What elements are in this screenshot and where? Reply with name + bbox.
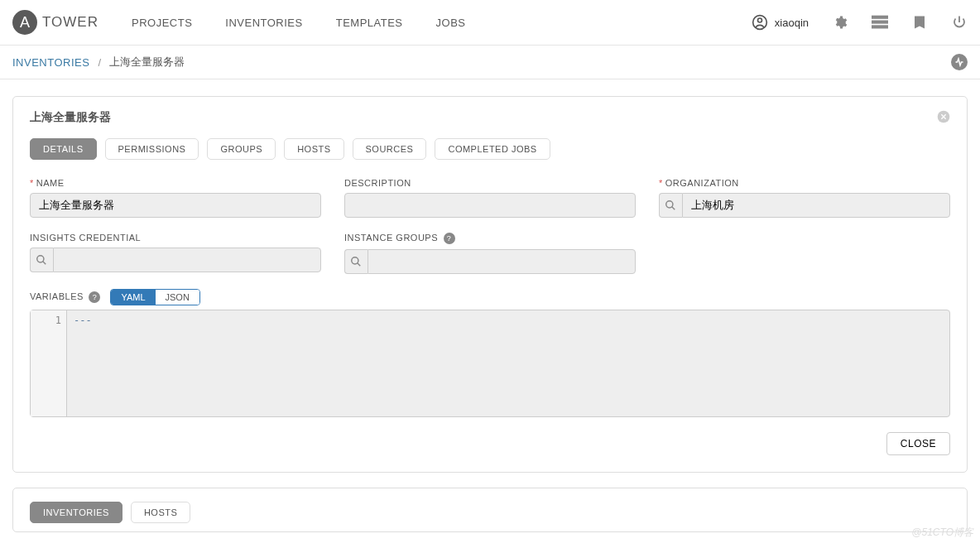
close-button[interactable]: CLOSE — [886, 432, 950, 455]
lower-card: INVENTORIES HOSTS — [12, 488, 968, 532]
brand-logo-icon: A — [12, 10, 37, 35]
editor-gutter: 1 — [31, 310, 67, 416]
organization-group: *ORGANIZATION — [659, 178, 950, 218]
nav-link-projects[interactable]: PROJECTS — [132, 17, 192, 29]
power-icon[interactable] — [951, 14, 968, 31]
description-group: DESCRIPTION — [344, 178, 636, 218]
close-icon[interactable] — [937, 110, 950, 126]
format-toggle: YAML JSON — [110, 289, 199, 305]
svg-point-1 — [757, 18, 761, 22]
nav-link-templates[interactable]: TEMPLATES — [336, 17, 403, 29]
breadcrumb-bar: INVENTORIES / 上海全量服务器 — [0, 46, 980, 79]
name-input[interactable] — [30, 193, 321, 218]
inventory-card: 上海全量服务器 DETAILS PERMISSIONS GROUPS HOSTS… — [12, 96, 968, 473]
navbar: A TOWER PROJECTS INVENTORIES TEMPLATES J… — [0, 0, 980, 46]
instance-groups-search-icon[interactable] — [344, 249, 368, 274]
card-footer: CLOSE — [30, 432, 950, 455]
spacer — [659, 233, 950, 274]
description-input[interactable] — [344, 193, 636, 218]
help-icon[interactable]: ? — [89, 291, 100, 303]
card-title: 上海全量服务器 — [30, 110, 111, 125]
tab-details[interactable]: DETAILS — [30, 138, 97, 160]
svg-point-8 — [352, 257, 358, 264]
insights-group: INSIGHTS CREDENTIAL — [30, 233, 321, 274]
instance-groups-label: INSTANCE GROUPS ? — [344, 233, 636, 244]
name-group: *NAME — [30, 178, 321, 218]
organization-label: *ORGANIZATION — [659, 178, 950, 188]
content: 上海全量服务器 DETAILS PERMISSIONS GROUPS HOSTS… — [0, 79, 980, 548]
nav-link-jobs[interactable]: JOBS — [436, 17, 466, 29]
gear-icon[interactable] — [832, 14, 848, 31]
tab-inventories[interactable]: INVENTORIES — [30, 502, 122, 523]
card-header: 上海全量服务器 — [30, 110, 950, 126]
svg-rect-2 — [872, 16, 888, 19]
activity-icon[interactable] — [951, 54, 968, 70]
organization-input[interactable] — [682, 193, 950, 218]
toggle-json[interactable]: JSON — [156, 290, 199, 305]
tab-hosts-lower[interactable]: HOSTS — [131, 502, 190, 523]
username: xiaoqin — [775, 17, 809, 29]
form-row-1: *NAME DESCRIPTION *ORGANIZATION — [30, 178, 950, 218]
toggle-yaml[interactable]: YAML — [111, 290, 155, 305]
variables-editor[interactable]: 1 --- — [30, 310, 950, 417]
nav-right: xiaoqin — [752, 14, 968, 31]
portfolio-icon[interactable] — [872, 14, 888, 31]
book-icon[interactable] — [911, 14, 928, 31]
insights-label: INSIGHTS CREDENTIAL — [30, 233, 321, 243]
nav-user[interactable]: xiaoqin — [752, 14, 809, 31]
insights-input[interactable] — [53, 248, 321, 272]
nav-links: PROJECTS INVENTORIES TEMPLATES JOBS — [132, 17, 752, 29]
breadcrumb-inventories[interactable]: INVENTORIES — [12, 56, 89, 69]
brand-name: TOWER — [42, 14, 98, 31]
svg-rect-4 — [872, 25, 888, 28]
svg-point-7 — [37, 256, 44, 262]
breadcrumb-separator: / — [98, 56, 101, 69]
tab-sources[interactable]: SOURCES — [353, 138, 427, 160]
lower-tabs: INVENTORIES HOSTS — [30, 502, 950, 523]
tab-permissions[interactable]: PERMISSIONS — [105, 138, 199, 160]
tab-hosts[interactable]: HOSTS — [284, 138, 343, 160]
tab-completed-jobs[interactable]: COMPLETED JOBS — [435, 138, 550, 160]
detail-tabs: DETAILS PERMISSIONS GROUPS HOSTS SOURCES… — [30, 138, 950, 160]
tab-groups[interactable]: GROUPS — [207, 138, 276, 160]
variables-label: VARIABLES ? — [30, 291, 100, 303]
description-label: DESCRIPTION — [344, 178, 636, 188]
insights-search-icon[interactable] — [30, 248, 53, 272]
editor-content[interactable]: --- — [67, 310, 949, 416]
organization-search-icon[interactable] — [659, 193, 682, 218]
svg-point-6 — [666, 201, 673, 208]
variables-header: VARIABLES ? YAML JSON — [30, 289, 950, 305]
help-icon[interactable]: ? — [444, 233, 455, 244]
nav-link-inventories[interactable]: INVENTORIES — [225, 17, 302, 29]
breadcrumb: INVENTORIES / 上海全量服务器 — [12, 55, 185, 70]
form-row-2: INSIGHTS CREDENTIAL INSTANCE GROUPS ? — [30, 233, 950, 274]
brand[interactable]: A TOWER — [12, 10, 98, 35]
breadcrumb-current: 上海全量服务器 — [109, 55, 185, 70]
watermark: @51CTO博客 — [911, 526, 973, 540]
name-label: *NAME — [30, 178, 321, 188]
instance-groups-input[interactable] — [368, 249, 636, 274]
user-icon — [752, 14, 768, 31]
svg-rect-3 — [872, 21, 888, 24]
instance-groups-group: INSTANCE GROUPS ? — [344, 233, 636, 274]
